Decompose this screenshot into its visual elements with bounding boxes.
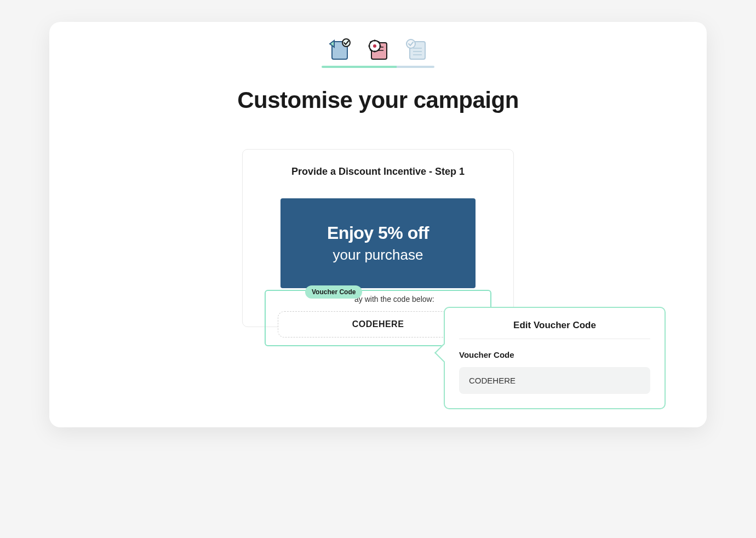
voucher-code-label: Voucher Code [459,350,650,359]
progress-step-2 [359,66,397,68]
main-card: Customise your campaign Provide a Discou… [49,22,707,427]
promo-banner[interactable]: Enjoy 5% off your purchase [280,198,476,288]
edit-panel-title: Edit Voucher Code [459,320,650,339]
promo-subline: your purchase [291,247,465,264]
page-title: Customise your campaign [49,87,707,113]
progress-bar [322,66,434,68]
voucher-code-input[interactable] [459,367,650,394]
discount-card-title: Provide a Discount Incentive - Step 1 [243,166,513,178]
step-template-icon[interactable] [326,36,353,63]
step-settings-icon[interactable] [364,36,392,63]
stepper [49,36,707,63]
discount-card: Provide a Discount Incentive - Step 1 En… [242,149,514,327]
svg-point-11 [406,39,415,48]
progress-step-3 [397,66,434,68]
voucher-hint: ay with the code below: [354,295,478,304]
voucher-badge: Voucher Code [305,285,362,299]
progress-step-1 [322,66,359,68]
step-review-icon[interactable] [403,36,430,63]
svg-point-6 [373,44,376,48]
promo-headline: Enjoy 5% off [291,223,465,243]
panel-pointer [434,344,453,362]
edit-voucher-panel: Edit Voucher Code Voucher Code [444,307,666,409]
